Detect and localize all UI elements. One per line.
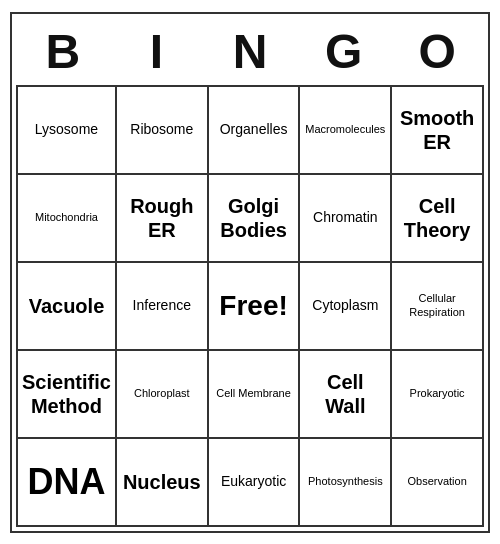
cell-text: Golgi Bodies (213, 194, 295, 242)
cell-text: Photosynthesis (308, 475, 383, 488)
cell-text: Cell Theory (396, 194, 478, 242)
bingo-cell-1-1: Rough ER (117, 175, 209, 263)
cell-text: Smooth ER (396, 106, 478, 154)
bingo-cell-0-0: Lysosome (18, 87, 117, 175)
cell-text: Cell Membrane (216, 387, 291, 400)
cell-text: Observation (407, 475, 466, 488)
bingo-cell-3-4: Prokaryotic (392, 351, 484, 439)
bingo-cell-3-0: Scientific Method (18, 351, 117, 439)
bingo-cell-0-2: Organelles (209, 87, 301, 175)
cell-text: Cell Wall (304, 370, 386, 418)
bingo-header: BINGO (16, 18, 484, 85)
cell-text: Ribosome (130, 121, 193, 138)
bingo-cell-4-4: Observation (392, 439, 484, 527)
cell-text: Cytoplasm (312, 297, 378, 314)
bingo-grid: LysosomeRibosomeOrganellesMacromolecules… (16, 85, 484, 527)
bingo-letter-i: I (110, 18, 204, 85)
bingo-cell-0-4: Smooth ER (392, 87, 484, 175)
bingo-letter-g: G (297, 18, 391, 85)
bingo-cell-4-0: DNA (18, 439, 117, 527)
cell-text: Organelles (220, 121, 288, 138)
cell-text: Lysosome (35, 121, 98, 138)
bingo-cell-1-2: Golgi Bodies (209, 175, 301, 263)
cell-text: Chloroplast (134, 387, 190, 400)
cell-text: Chromatin (313, 209, 378, 226)
bingo-cell-2-1: Inference (117, 263, 209, 351)
bingo-letter-o: O (390, 18, 484, 85)
bingo-cell-4-2: Eukaryotic (209, 439, 301, 527)
cell-text: Free! (219, 289, 287, 323)
bingo-cell-1-0: Mitochondria (18, 175, 117, 263)
bingo-cell-2-3: Cytoplasm (300, 263, 392, 351)
cell-text: Mitochondria (35, 211, 98, 224)
cell-text: Cellular Respiration (396, 292, 478, 318)
cell-text: Nucleus (123, 470, 201, 494)
cell-text: Rough ER (121, 194, 203, 242)
bingo-letter-n: N (203, 18, 297, 85)
cell-text: Prokaryotic (410, 387, 465, 400)
cell-text: DNA (27, 460, 105, 503)
bingo-cell-4-3: Photosynthesis (300, 439, 392, 527)
bingo-card: BINGO LysosomeRibosomeOrganellesMacromol… (10, 12, 490, 533)
bingo-letter-b: B (16, 18, 110, 85)
bingo-cell-2-2: Free! (209, 263, 301, 351)
bingo-cell-1-4: Cell Theory (392, 175, 484, 263)
bingo-cell-4-1: Nucleus (117, 439, 209, 527)
bingo-cell-2-4: Cellular Respiration (392, 263, 484, 351)
cell-text: Eukaryotic (221, 473, 286, 490)
bingo-cell-3-2: Cell Membrane (209, 351, 301, 439)
bingo-cell-0-3: Macromolecules (300, 87, 392, 175)
cell-text: Inference (133, 297, 191, 314)
cell-text: Scientific Method (22, 370, 111, 418)
bingo-cell-3-1: Chloroplast (117, 351, 209, 439)
cell-text: Vacuole (29, 294, 105, 318)
bingo-cell-0-1: Ribosome (117, 87, 209, 175)
bingo-cell-3-3: Cell Wall (300, 351, 392, 439)
bingo-cell-2-0: Vacuole (18, 263, 117, 351)
cell-text: Macromolecules (305, 123, 385, 136)
bingo-cell-1-3: Chromatin (300, 175, 392, 263)
